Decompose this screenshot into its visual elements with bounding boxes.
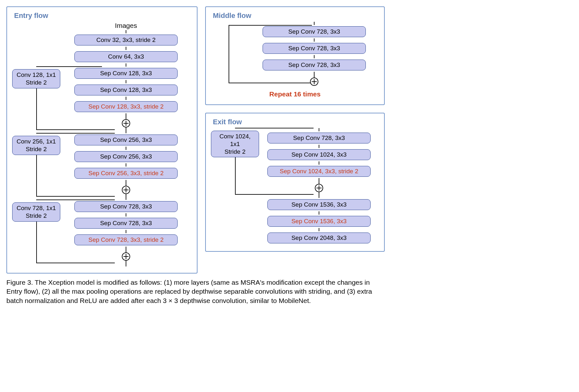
exit-tail-stack: Sep Conv 1536, 3x3 Sep Conv 1536, 3x3 Se… xyxy=(259,198,379,245)
skip-hwire-bot xyxy=(36,196,115,197)
connector xyxy=(126,163,126,167)
side-conv-box: Conv 1024, 1x1 Stride 2 xyxy=(211,131,259,157)
side-conv-text: Conv 256, 1x1 Stride 2 xyxy=(17,138,56,152)
middle-flow-panel: Middle flow Sep Conv 728, 3x3 Sep Conv 7… xyxy=(205,6,385,105)
side-slot-empty xyxy=(12,22,60,25)
exit-flow-panel: Exit flow Conv 1024, 1x1 Stride 2 Sep Co… xyxy=(205,113,385,252)
skip-hwire-top xyxy=(36,133,115,134)
skip-hwire-bot xyxy=(36,263,115,263)
connector xyxy=(126,80,126,83)
skip-hwire-top xyxy=(36,200,115,200)
layer-box-hl: Sep Conv 256, 3x3, stride 2 xyxy=(74,168,178,179)
connector xyxy=(314,38,315,42)
skip-vwire xyxy=(36,220,37,263)
layer-box-hl: Sep Conv 1536, 3x3 xyxy=(267,216,371,227)
connector xyxy=(126,63,126,67)
entry-input-label: Images xyxy=(60,22,192,29)
connector xyxy=(126,194,126,200)
connector xyxy=(126,261,126,266)
layer-box-hl: Sep Conv 128, 3x3, stride 2 xyxy=(74,101,178,112)
layer-box: Sep Conv 128, 3x3 xyxy=(74,85,178,95)
connector xyxy=(319,211,319,215)
layer-box: Sep Conv 728, 3x3 xyxy=(267,133,371,143)
connector xyxy=(319,228,319,231)
side-slot: Conv 1024, 1x1 Stride 2 xyxy=(211,128,259,157)
connector xyxy=(319,128,319,131)
skip-hwire-bot xyxy=(229,83,312,83)
side-conv-text: Conv 728, 1x1 Stride 2 xyxy=(17,205,56,219)
connector xyxy=(126,127,126,133)
skip-vwire xyxy=(229,25,229,83)
layer-box: Sep Conv 728, 3x3 xyxy=(74,201,178,212)
layer-box: Sep Conv 728, 3x3 xyxy=(263,60,366,70)
connector xyxy=(319,145,319,148)
connector xyxy=(126,47,126,50)
entry-block-stack: Sep Conv 128, 3x3 Sep Conv 128, 3x3 Sep … xyxy=(60,67,192,133)
side-slot-empty xyxy=(211,22,249,25)
layer-box: Sep Conv 256, 3x3 xyxy=(74,135,178,145)
exit-block-stack: Sep Conv 728, 3x3 Sep Conv 1024, 3x3 Sep… xyxy=(259,128,379,198)
skip-vwire xyxy=(36,87,37,130)
side-slot-empty xyxy=(211,198,259,201)
middle-repeat-label: Repeat 16 times xyxy=(211,90,379,98)
layer-box: Sep Conv 1536, 3x3 xyxy=(267,199,371,210)
skip-hwire-top xyxy=(235,128,314,128)
add-node-icon xyxy=(315,184,323,192)
connector xyxy=(126,230,126,233)
connector xyxy=(319,192,319,198)
layer-box: Conv 64, 3x3 xyxy=(74,51,178,62)
entry-block-stack: Sep Conv 728, 3x3 Sep Conv 728, 3x3 Sep … xyxy=(60,200,192,266)
skip-vwire xyxy=(36,154,37,197)
connector xyxy=(314,55,315,58)
exit-title: Exit flow xyxy=(213,118,379,126)
layer-box: Sep Conv 728, 3x3 xyxy=(74,218,178,229)
entry-title: Entry flow xyxy=(14,12,192,20)
entry-stem-stack: Images Conv 32, 3x3, stride 2 Conv 64, 3… xyxy=(60,22,192,67)
connector xyxy=(319,178,319,184)
skip-hwire-bot xyxy=(235,194,314,195)
skip-hwire-top xyxy=(229,25,312,26)
entry-block-2: Conv 256, 1x1 Stride 2 Sep Conv 256, 3x3… xyxy=(12,133,192,200)
layer-box: Sep Conv 256, 3x3 xyxy=(74,151,178,162)
add-node-icon xyxy=(122,252,130,261)
layer-box: Sep Conv 1024, 3x3 xyxy=(267,149,371,160)
connector xyxy=(126,97,126,100)
figure-caption: Figure 3. The Xception model is modified… xyxy=(6,278,385,305)
entry-block-1: Conv 128, 1x1 Stride 2 Sep Conv 128, 3x3… xyxy=(12,67,192,133)
middle-title: Middle flow xyxy=(213,12,379,20)
diagram-row: Entry flow Images Conv 32, 3x3, stride 2… xyxy=(6,6,573,274)
skip-hwire-top xyxy=(36,66,102,67)
exit-tail: Sep Conv 1536, 3x3 Sep Conv 1536, 3x3 Se… xyxy=(211,198,379,245)
connector xyxy=(319,161,319,165)
connector xyxy=(126,213,126,216)
connector xyxy=(126,113,126,119)
layer-box: Sep Conv 2048, 3x3 xyxy=(267,233,371,243)
exit-block: Conv 1024, 1x1 Stride 2 Sep Conv 728, 3x… xyxy=(211,128,379,198)
add-node-icon xyxy=(122,186,130,194)
side-conv-text: Conv 128, 1x1 Stride 2 xyxy=(17,71,56,86)
connector xyxy=(126,30,126,33)
entry-block-3: Conv 728, 1x1 Stride 2 Sep Conv 728, 3x3… xyxy=(12,200,192,266)
connector xyxy=(314,72,315,78)
connector xyxy=(126,247,126,252)
layer-box-hl: Sep Conv 1024, 3x3, stride 2 xyxy=(267,166,371,177)
entry-flow-panel: Entry flow Images Conv 32, 3x3, stride 2… xyxy=(6,6,197,274)
side-slot: Conv 728, 1x1 Stride 2 xyxy=(12,200,60,222)
side-slot: Conv 256, 1x1 Stride 2 xyxy=(12,133,60,155)
connector xyxy=(126,147,126,150)
connector xyxy=(126,180,126,186)
skip-hwire-bot xyxy=(36,129,115,130)
entry-block-stack: Sep Conv 256, 3x3 Sep Conv 256, 3x3 Sep … xyxy=(60,133,192,200)
layer-box: Sep Conv 728, 3x3 xyxy=(263,43,366,54)
add-node-icon xyxy=(310,78,318,86)
side-conv-box: Conv 256, 1x1 Stride 2 xyxy=(12,136,60,155)
layer-box: Sep Conv 728, 3x3 xyxy=(263,26,366,37)
add-node-icon xyxy=(122,119,130,127)
side-slot: Conv 128, 1x1 Stride 2 xyxy=(12,67,60,88)
entry-stem-group: Images Conv 32, 3x3, stride 2 Conv 64, 3… xyxy=(12,22,192,67)
right-column: Middle flow Sep Conv 728, 3x3 Sep Conv 7… xyxy=(205,6,385,252)
middle-block: Sep Conv 728, 3x3 Sep Conv 728, 3x3 Sep … xyxy=(211,22,379,86)
side-conv-box: Conv 728, 1x1 Stride 2 xyxy=(12,202,60,222)
middle-stack: Sep Conv 728, 3x3 Sep Conv 728, 3x3 Sep … xyxy=(249,22,379,86)
layer-box: Sep Conv 128, 3x3 xyxy=(74,68,178,79)
